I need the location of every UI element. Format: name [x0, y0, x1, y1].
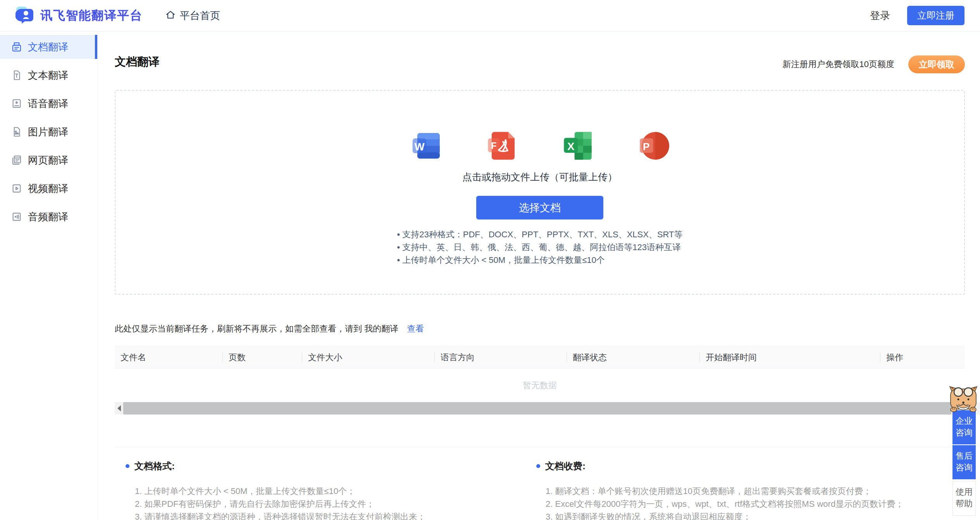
- bullet-dot-icon: [126, 464, 129, 468]
- sidebar-item-label: 文档翻译: [28, 40, 68, 54]
- mascot-image: [949, 385, 978, 412]
- page-title: 文档翻译: [115, 54, 160, 70]
- doc-format-list: 1. 上传时单个文件大小 < 50M，批量上传文件数量≤10个； 2. 如果PD…: [135, 485, 517, 520]
- top-header: 讯飞智能翻译平台 平台首页 登录 立即注册: [0, 0, 980, 31]
- choose-document-button[interactable]: 选择文档: [476, 196, 603, 219]
- doc-pricing-list: 1. 翻译文档：单个账号初次使用赠送10页免费翻译，超出需要购买套餐或者按页付费…: [546, 485, 947, 520]
- excel-icon: X: [561, 129, 595, 163]
- pdf-icon: F: [485, 129, 519, 163]
- column-pages: 页数: [223, 347, 302, 368]
- doc-format-item: 2. 如果PDF有密码保护，请先自行去除加密保护后再上传文件；: [135, 498, 517, 510]
- sidebar-item-text-translate[interactable]: 文本翻译: [0, 63, 97, 87]
- home-icon: [165, 9, 176, 22]
- view-all-link[interactable]: 查看: [407, 323, 424, 335]
- promo-text: 新注册用户免费领取10页额度: [783, 59, 894, 70]
- enterprise-consult-line: 企业: [956, 415, 973, 427]
- document-translate-icon: [11, 41, 22, 53]
- svg-text:P: P: [643, 141, 649, 152]
- table-empty-state: 暂无数据: [115, 368, 965, 402]
- task-notice: 此处仅显示当前翻译任务，刷新将不再展示，如需全部查看，请到 我的翻译 查看: [115, 323, 424, 335]
- sidebar-item-video-translate[interactable]: 视频翻译: [0, 176, 97, 200]
- sidebar-item-label: 图片翻译: [28, 125, 68, 139]
- sidebar-item-web-translate[interactable]: 网页翻译: [0, 148, 97, 172]
- doc-pricing-heading-text: 文档收费:: [545, 460, 586, 472]
- task-notice-text: 此处仅显示当前翻译任务，刷新将不再展示，如需全部查看，请到 我的翻译: [115, 323, 398, 335]
- floating-action-stack: 企业 咨询 售后 咨询 使用 帮助: [952, 410, 976, 516]
- svg-text:X: X: [567, 140, 575, 152]
- sidebar-item-audio-translate[interactable]: 音频翻译: [0, 205, 97, 229]
- upload-support-notes: 支持23种格式：PDF、DOCX、PPT、PPTX、TXT、XLS、XLSX、S…: [397, 228, 682, 266]
- sidebar-item-label: 文本翻译: [28, 69, 68, 82]
- text-file-icon: [11, 69, 22, 81]
- doc-format-item: 3. 请谨慎选择翻译文档的源语种，语种选择错误暂时无法在支付前检测出来；: [135, 510, 517, 520]
- audio-file-icon: [11, 211, 22, 223]
- upload-caption: 点击或拖动文件上传（可批量上传）: [462, 171, 617, 183]
- column-actions: 操作: [880, 347, 965, 368]
- column-filesize: 文件大小: [302, 347, 435, 368]
- sidebar-item-voice-translate[interactable]: 语音翻译: [0, 92, 97, 116]
- sidebar-item-label: 视频翻译: [28, 182, 68, 195]
- webpage-icon: [11, 154, 22, 166]
- doc-pricing-item: 3. 如遇到翻译失败的情况，系统将自动退回相应额度；: [546, 510, 947, 520]
- doc-pricing-section: 文档收费: 1. 翻译文档：单个账号初次使用赠送10页免费翻译，超出需要购买套餐…: [536, 460, 947, 520]
- app-logo[interactable]: 讯飞智能翻译平台: [16, 6, 143, 25]
- claim-quota-button[interactable]: 立即领取: [908, 55, 965, 73]
- enterprise-consult-line: 咨询: [956, 427, 973, 439]
- sidebar-item-document-translate[interactable]: 文档翻译: [0, 35, 97, 59]
- section-divider: [115, 447, 965, 447]
- nav-home[interactable]: 平台首页: [165, 9, 220, 22]
- doc-pricing-heading: 文档收费:: [536, 460, 947, 472]
- doc-format-section: 文档格式: 1. 上传时单个文件大小 < 50M，批量上传文件数量≤10个； 2…: [126, 460, 517, 520]
- task-table-header: 文件名 页数 文件大小 语言方向 翻译状态 开始翻译时间 操作: [115, 346, 965, 368]
- aftersale-consult-line: 售后: [956, 450, 973, 462]
- aftersale-consult-line: 咨询: [956, 462, 973, 473]
- scrollbar-left-arrow[interactable]: [115, 402, 123, 415]
- word-icon: W: [409, 129, 443, 163]
- chat-bubble-logo-icon: [16, 6, 34, 25]
- support-note: 上传时单个文件大小 < 50M，批量上传文件数量≤10个: [397, 254, 682, 266]
- video-file-icon: [11, 183, 22, 194]
- sidebar-nav: 文档翻译 文本翻译 语音翻译 图片翻译: [0, 31, 98, 520]
- doc-pricing-item: 2. Excel文件每2000字符为一页，wps、wpt、txt、rtf格式文档…: [546, 498, 947, 510]
- ppt-icon: P: [637, 129, 671, 163]
- left-arrow-icon: [117, 405, 121, 411]
- register-button[interactable]: 立即注册: [907, 6, 964, 25]
- sidebar-item-label: 网页翻译: [28, 154, 68, 167]
- help-button[interactable]: 使用 帮助: [952, 481, 976, 516]
- doc-pricing-item: 1. 翻译文档：单个账号初次使用赠送10页免费翻译，超出需要购买套餐或者按页付费…: [546, 485, 947, 498]
- sidebar-item-label: 音频翻译: [28, 210, 68, 224]
- aftersale-consult-button[interactable]: 售后 咨询: [952, 445, 976, 479]
- column-start-time: 开始翻译时间: [700, 347, 880, 368]
- enterprise-consult-button[interactable]: 企业 咨询: [952, 410, 976, 444]
- column-status: 翻译状态: [567, 347, 700, 368]
- header-actions: 登录 立即注册: [870, 6, 964, 25]
- app-window: 讯飞智能翻译平台 平台首页 登录 立即注册 文档翻译: [0, 0, 980, 520]
- promo-row: 新注册用户免费领取10页额度 立即领取: [783, 55, 965, 73]
- svg-text:F: F: [491, 141, 496, 151]
- help-line: 帮助: [956, 498, 973, 510]
- scrollbar-thumb[interactable]: [123, 402, 951, 415]
- sidebar-item-label: 语音翻译: [28, 97, 68, 111]
- doc-format-heading-text: 文档格式:: [134, 460, 175, 472]
- login-link[interactable]: 登录: [870, 9, 890, 22]
- doc-format-item: 1. 上传时单个文件大小 < 50M，批量上传文件数量≤10个；: [135, 485, 517, 498]
- nav-home-label: 平台首页: [180, 9, 220, 22]
- sidebar-item-image-translate[interactable]: 图片翻译: [0, 120, 97, 144]
- logo-text: 讯飞智能翻译平台: [40, 7, 143, 24]
- support-note: 支持中、英、日、韩、俄、法、西、葡、德、越、阿拉伯语等123语种互译: [397, 241, 682, 254]
- upload-dropzone[interactable]: W F X: [115, 90, 965, 295]
- bullet-dot-icon: [536, 464, 540, 468]
- column-language-direction: 语言方向: [435, 347, 567, 368]
- help-line: 使用: [956, 486, 973, 498]
- support-note: 支持23种格式：PDF、DOCX、PPT、PPTX、TXT、XLS、XLSX、S…: [397, 228, 682, 241]
- horizontal-scrollbar[interactable]: [115, 402, 980, 415]
- file-type-icons: W F X: [409, 128, 671, 164]
- doc-format-heading: 文档格式:: [126, 460, 517, 472]
- image-file-icon: [11, 126, 22, 138]
- column-filename: 文件名: [115, 347, 223, 368]
- svg-text:W: W: [415, 141, 425, 153]
- voice-file-icon: [11, 98, 22, 109]
